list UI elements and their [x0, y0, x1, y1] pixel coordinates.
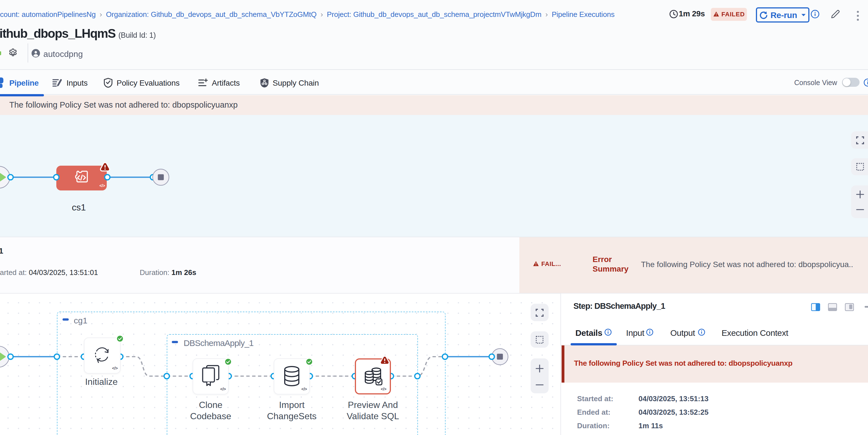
svg-text:</>: </>	[99, 183, 105, 188]
svg-text:cs1: cs1	[72, 202, 86, 212]
